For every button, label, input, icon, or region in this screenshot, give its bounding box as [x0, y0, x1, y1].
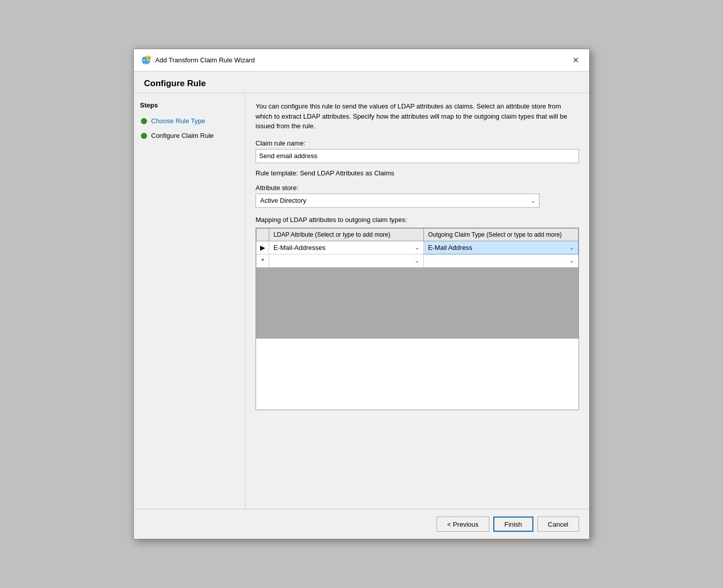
attribute-store-label: Attribute store:	[256, 184, 579, 192]
mapping-table-container: LDAP Attribute (Select or type to add mo…	[256, 228, 579, 410]
table-gray-filler	[256, 268, 579, 339]
row-2-ldap-dropdown-wrapper: ⌄	[271, 256, 421, 266]
steps-panel: Steps Choose Rule Type Configure Claim R…	[134, 93, 245, 509]
claim-rule-name-input[interactable]	[256, 149, 579, 163]
dialog-body: Steps Choose Rule Type Configure Claim R…	[134, 93, 589, 509]
row-1-claim-cell: E-Mail Address ⌄	[424, 241, 579, 254]
rule-template-text: Rule template: Send LDAP Attributes as C…	[256, 169, 579, 177]
dialog-footer: < Previous Finish Cancel	[134, 509, 589, 539]
step-dot-2	[141, 133, 147, 139]
mapping-label: Mapping of LDAP attributes to outgoing c…	[256, 216, 579, 224]
main-dialog: ★ Add Transform Claim Rule Wizard ✕ Conf…	[133, 49, 590, 539]
title-bar: ★ Add Transform Claim Rule Wizard ✕	[134, 49, 589, 71]
dialog-title: Add Transform Claim Rule Wizard	[155, 56, 255, 64]
wizard-icon: ★	[141, 55, 151, 65]
table-row: * ⌄	[257, 254, 579, 267]
dialog-header: Configure Rule	[134, 71, 589, 93]
step-item-configure-claim-rule: Configure Claim Rule	[140, 130, 239, 141]
content-panel: You can configure this rule to send the …	[245, 93, 589, 509]
row-1-claim-dropdown-wrapper: E-Mail Address ⌄	[426, 243, 576, 252]
title-bar-left: ★ Add Transform Claim Rule Wizard	[141, 55, 255, 65]
col-header-ldap: LDAP Attribute (Select or type to add mo…	[269, 228, 424, 241]
row-2-ldap-cell: ⌄	[269, 254, 424, 267]
claim-rule-name-label: Claim rule name:	[256, 139, 579, 147]
row-2-claim-dropdown-wrapper: ⌄	[426, 256, 576, 266]
row-1-ldap-select[interactable]: E-Mail-Addresses	[271, 243, 421, 252]
attribute-store-dropdown[interactable]: Active Directory	[256, 194, 539, 208]
previous-button[interactable]: < Previous	[437, 517, 489, 532]
table-header-row: LDAP Attribute (Select or type to add mo…	[257, 228, 579, 241]
row-1-claim-select[interactable]: E-Mail Address	[426, 243, 576, 252]
table-row: ▶ E-Mail-Addresses ⌄	[257, 241, 579, 254]
row-2-indicator: *	[257, 254, 269, 267]
step-item-choose-rule-type[interactable]: Choose Rule Type	[140, 115, 239, 127]
steps-label: Steps	[140, 101, 239, 109]
col-header-empty	[257, 228, 269, 241]
col-header-claim: Outgoing Claim Type (Select or type to a…	[424, 228, 579, 241]
step-link-choose-rule-type[interactable]: Choose Rule Type	[151, 117, 205, 125]
row-1-ldap-dropdown-wrapper: E-Mail-Addresses ⌄	[271, 243, 421, 252]
row-1-ldap-cell: E-Mail-Addresses ⌄	[269, 241, 424, 254]
row-1-indicator: ▶	[257, 241, 269, 254]
section-title: Configure Rule	[144, 79, 579, 89]
row-2-ldap-select[interactable]	[271, 256, 421, 266]
mapping-table: LDAP Attribute (Select or type to add mo…	[256, 228, 579, 268]
description-text: You can configure this rule to send the …	[256, 101, 579, 131]
finish-button[interactable]: Finish	[493, 517, 533, 532]
close-button[interactable]: ✕	[569, 54, 582, 66]
step-label-configure-claim-rule: Configure Claim Rule	[151, 132, 214, 139]
step-dot-1	[141, 118, 147, 124]
cancel-button[interactable]: Cancel	[537, 517, 579, 532]
attribute-store-dropdown-wrapper: Active Directory ⌄	[256, 194, 539, 208]
row-2-claim-cell: ⌄	[424, 254, 579, 267]
row-2-claim-select[interactable]	[426, 256, 576, 266]
